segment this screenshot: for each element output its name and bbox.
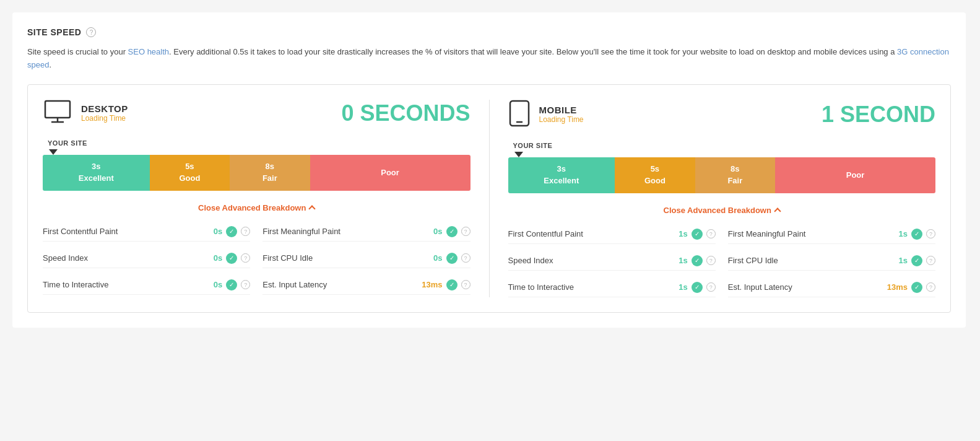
mobile-si-help-icon[interactable]: ? xyxy=(706,256,716,265)
desktop-metric-eil: Est. Input Latency 13ms ✓ ? xyxy=(262,276,470,295)
mobile-fmp-check-icon: ✓ xyxy=(911,229,922,240)
mobile-bar-good: 5s Good xyxy=(615,157,695,193)
mobile-speed-value: 1 SECOND xyxy=(822,102,935,128)
desktop-eil-value: 13ms xyxy=(422,280,442,289)
panels-container: DESKTOP Loading Time 0 SECONDS YOUR SITE… xyxy=(27,84,951,313)
desktop-arrow-down xyxy=(49,149,58,155)
desktop-si-value: 0s xyxy=(214,253,222,263)
description: Site speed is crucial to your SEO health… xyxy=(27,46,951,72)
desktop-bar-fair: 8s Fair xyxy=(230,155,310,191)
mobile-metric-fmp: First Meaningful Paint 1s ✓ ? xyxy=(728,225,935,244)
section-help-icon[interactable]: ? xyxy=(86,27,96,37)
mobile-metric-tti: Time to Interactive 1s ✓ ? xyxy=(508,278,716,297)
desktop-fcp-help-icon[interactable]: ? xyxy=(241,227,250,236)
mobile-si-value: 1s xyxy=(679,256,687,265)
desktop-tti-help-icon[interactable]: ? xyxy=(241,280,250,289)
mobile-eil-check-icon: ✓ xyxy=(911,282,922,293)
mobile-metric-fcp: First Contentful Paint 1s ✓ ? xyxy=(508,225,716,244)
desktop-bar-good: 5s Good xyxy=(150,155,230,191)
mobile-device-header: MOBILE Loading Time 1 SECOND xyxy=(508,100,936,129)
desktop-eil-help-icon[interactable]: ? xyxy=(461,280,470,289)
desktop-fci-value: 0s xyxy=(433,253,442,263)
desktop-fmp-check-icon: ✓ xyxy=(446,226,457,237)
desktop-bar-poor: Poor xyxy=(310,155,470,191)
desktop-speed-bar: 3s Excellent 5s Good 8s Fair Poor xyxy=(43,155,470,191)
desktop-metric-fmp: First Meaningful Paint 0s ✓ ? xyxy=(262,222,470,242)
desktop-loading-label: Loading Time xyxy=(81,114,128,123)
desktop-fmp-value: 0s xyxy=(433,227,442,236)
desktop-fcp-label: First Contentful Paint xyxy=(43,227,207,236)
desktop-panel: DESKTOP Loading Time 0 SECONDS YOUR SITE… xyxy=(43,100,470,297)
mobile-eil-value: 13ms xyxy=(887,282,908,292)
mobile-metrics-grid: First Contentful Paint 1s ✓ ? First Mean… xyxy=(508,225,936,297)
desktop-name: DESKTOP xyxy=(81,103,128,114)
mobile-chevron-up-icon xyxy=(774,207,781,214)
desktop-fci-help-icon[interactable]: ? xyxy=(461,253,470,263)
mobile-metric-eil: Est. Input Latency 13ms ✓ ? xyxy=(728,278,935,297)
mobile-si-label: Speed Index xyxy=(508,256,673,265)
desktop-tti-check-icon: ✓ xyxy=(226,279,237,290)
desktop-fmp-help-icon[interactable]: ? xyxy=(461,227,470,236)
mobile-arrow-down xyxy=(514,152,523,157)
desktop-close-breakdown[interactable]: Close Advanced Breakdown xyxy=(43,203,470,212)
desktop-fcp-check-icon: ✓ xyxy=(226,226,237,237)
mobile-bar-fair: 8s Fair xyxy=(695,157,775,193)
mobile-close-breakdown[interactable]: Close Advanced Breakdown xyxy=(508,206,936,215)
desktop-metric-si: Speed Index 0s ✓ ? xyxy=(43,249,250,268)
desktop-metric-tti: Time to Interactive 0s ✓ ? xyxy=(43,276,250,295)
desktop-bar-excellent: 3s Excellent xyxy=(43,155,150,191)
mobile-name: MOBILE xyxy=(539,105,584,115)
mobile-fcp-help-icon[interactable]: ? xyxy=(706,229,716,238)
desktop-icon xyxy=(43,100,72,127)
desktop-device-header: DESKTOP Loading Time 0 SECONDS xyxy=(43,100,470,127)
mobile-panel: MOBILE Loading Time 1 SECOND YOUR SITE 3… xyxy=(508,100,936,297)
desktop-fci-check-icon: ✓ xyxy=(446,253,457,264)
mobile-your-site: YOUR SITE xyxy=(513,142,936,157)
desktop-fcp-value: 0s xyxy=(214,227,222,236)
mobile-fci-label: First CPU Idle xyxy=(728,256,893,265)
mobile-info: MOBILE Loading Time xyxy=(539,105,584,124)
desktop-metric-fcp: First Contentful Paint 0s ✓ ? xyxy=(43,222,250,242)
mobile-speed-bar: 3s Excellent 5s Good 8s Fair Poor xyxy=(508,157,936,193)
svg-rect-0 xyxy=(45,101,70,118)
mobile-bar-poor: Poor xyxy=(775,157,935,193)
desktop-si-check-icon: ✓ xyxy=(226,253,237,264)
mobile-si-check-icon: ✓ xyxy=(692,255,703,266)
desktop-metrics-grid: First Contentful Paint 0s ✓ ? First Mean… xyxy=(43,222,470,295)
desktop-speed-value: 0 SECONDS xyxy=(341,100,470,126)
mobile-metric-fci: First CPU Idle 1s ✓ ? xyxy=(728,251,935,271)
mobile-tti-label: Time to Interactive xyxy=(508,282,673,292)
desktop-metric-fci: First CPU Idle 0s ✓ ? xyxy=(262,249,470,268)
section-header: SITE SPEED ? xyxy=(27,27,951,37)
mobile-eil-label: Est. Input Latency xyxy=(728,282,883,292)
desktop-tti-label: Time to Interactive xyxy=(43,280,207,289)
desktop-your-site: YOUR SITE xyxy=(48,139,470,155)
mobile-tti-help-icon[interactable]: ? xyxy=(706,282,716,292)
mobile-eil-help-icon[interactable]: ? xyxy=(926,282,935,292)
desktop-eil-check-icon: ✓ xyxy=(446,279,457,290)
mobile-your-site-label: YOUR SITE xyxy=(513,142,936,149)
seo-link[interactable]: SEO health xyxy=(128,47,170,56)
mobile-metric-si: Speed Index 1s ✓ ? xyxy=(508,251,716,271)
desktop-si-label: Speed Index xyxy=(43,253,207,263)
desktop-fci-label: First CPU Idle xyxy=(262,253,427,263)
desktop-eil-label: Est. Input Latency xyxy=(262,280,418,289)
desktop-fmp-label: First Meaningful Paint xyxy=(262,227,427,236)
mobile-tti-value: 1s xyxy=(679,282,687,292)
desktop-si-help-icon[interactable]: ? xyxy=(241,253,250,263)
mobile-loading-label: Loading Time xyxy=(539,115,584,124)
mobile-icon xyxy=(508,100,531,129)
mobile-fcp-label: First Contentful Paint xyxy=(508,229,673,238)
mobile-fmp-value: 1s xyxy=(899,229,908,238)
desktop-chevron-up-icon xyxy=(309,205,316,212)
desktop-info: DESKTOP Loading Time xyxy=(81,103,128,123)
mobile-fcp-value: 1s xyxy=(679,229,687,238)
page-container: SITE SPEED ? Site speed is crucial to yo… xyxy=(12,12,966,328)
mobile-fci-value: 1s xyxy=(899,256,908,265)
mobile-fmp-label: First Meaningful Paint xyxy=(728,229,893,238)
section-title: SITE SPEED xyxy=(27,27,81,37)
mobile-fci-help-icon[interactable]: ? xyxy=(926,256,935,265)
desktop-tti-value: 0s xyxy=(214,280,222,289)
mobile-fmp-help-icon[interactable]: ? xyxy=(926,229,935,238)
mobile-bar-excellent: 3s Excellent xyxy=(508,157,615,193)
